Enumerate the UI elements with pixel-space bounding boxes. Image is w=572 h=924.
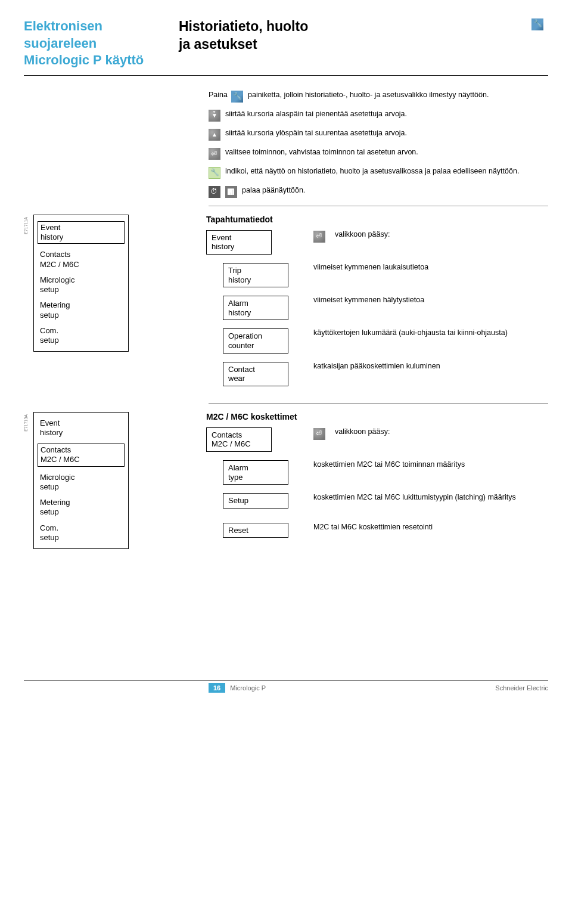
section-contacts: E71713A Event history Contacts M2C / M6C… — [24, 412, 548, 550]
row-event-history: Event history valikkoon pääsy: — [206, 230, 548, 255]
row-setup: Setup koskettimien M2C tai M6C lukittumi… — [206, 493, 548, 508]
desc-alarm-type: koskettimien M2C tai M6C toiminnan määri… — [313, 460, 465, 469]
header-left: Elektronisen suojareleen Micrologic P kä… — [24, 18, 179, 69]
hl2: suojareleen — [24, 36, 97, 51]
enter-icon — [313, 428, 325, 440]
footer-mid: Micrologic P — [230, 684, 495, 692]
intro-row-ghost: indikoi, että näyttö on historiatieto, h… — [209, 166, 548, 178]
detail-title-2: M2C / M6C koskettimet — [206, 412, 548, 421]
divider — [209, 206, 548, 206]
desc-trip-history: viimeiset kymmenen laukaisutietoa — [313, 263, 428, 271]
press-after: painiketta, jolloin historiatieto-, huol… — [248, 90, 489, 100]
header-right: Historiatieto, huolto ja asetukset — [179, 18, 514, 54]
row-contact-wear: Contact wear katkaisijan pääkoskettimien… — [206, 362, 548, 386]
wrench-ghost-icon — [209, 167, 220, 179]
row-operation-counter: Operation counter käyttökertojen lukumää… — [206, 328, 548, 353]
chip-setup: Setup — [223, 493, 288, 508]
page-number: 16 — [209, 683, 225, 693]
chip-contact-wear: Contact wear — [223, 362, 288, 386]
desc-operation-counter: käyttökertojen lukumäärä (auki-ohjausta … — [313, 328, 508, 337]
hl3: Micrologic P käyttö — [24, 52, 144, 67]
menu-item-com-setup: Com. setup — [40, 523, 122, 543]
menu-item-micrologic-setup: Micrologic setup — [40, 275, 122, 295]
desc-contact-wear: katkaisijan pääkoskettimien kuluminen — [313, 362, 440, 370]
desc-reset: M2C tai M6C koskettimien resetointi — [313, 523, 433, 531]
chip-operation-counter: Operation counter — [223, 328, 288, 353]
chart-icon — [225, 186, 237, 198]
row-reset: Reset M2C tai M6C koskettimien resetoint… — [206, 523, 548, 538]
menu-item-metering-setup: Metering setup — [40, 498, 122, 517]
clock-icon — [209, 186, 220, 198]
enter-icon — [209, 148, 220, 160]
up-text: siirtää kursoria ylöspäin tai suurentaa … — [225, 128, 407, 138]
divider — [24, 75, 548, 76]
chip-alarm-history: Alarm history — [223, 296, 288, 320]
row-alarm-type: Alarm type koskettimien M2C tai M6C toim… — [206, 460, 548, 485]
desc-event-history: valikkoon pääsy: — [335, 230, 390, 238]
menu-box-2: Event history Contacts M2C / M6C Microlo… — [33, 412, 129, 550]
menu-item-com-setup: Com. setup — [40, 326, 122, 346]
chip-event-history: Event history — [206, 230, 272, 255]
divider — [209, 403, 548, 404]
enter-text: valitsee toiminnon, vahvistaa toiminnon … — [225, 147, 418, 157]
intro-row-enter: valitsee toiminnon, vahvistaa toiminnon … — [209, 147, 548, 159]
chip-alarm-type: Alarm type — [223, 460, 288, 485]
wrench-icon — [231, 91, 243, 103]
row-contacts: Contacts M2C / M6C valikkoon pääsy: — [206, 427, 548, 452]
footer-right: Schneider Electric — [495, 684, 548, 692]
chip-trip-history: Trip history — [223, 263, 288, 287]
desc-setup: koskettimien M2C tai M6C lukittumistyypi… — [313, 493, 516, 501]
intro-row-press: Paina painiketta, jolloin historiatieto-… — [209, 90, 548, 102]
intro-block: Paina painiketta, jolloin historiatieto-… — [209, 90, 548, 197]
row-trip-history: Trip history viimeiset kymmenen laukaisu… — [206, 263, 548, 287]
intro-row-down: siirtää kursoria alaspäin tai pienentää … — [209, 109, 548, 121]
footer: 16 Micrologic P Schneider Electric — [24, 680, 548, 693]
side-code-2: E71713A — [24, 414, 32, 432]
menu-item-event-history: Event history — [40, 418, 122, 438]
page-header: Elektronisen suojareleen Micrologic P kä… — [24, 18, 548, 69]
section-event-history: E71711A Event history Contacts M2C / M6C… — [24, 215, 548, 395]
hl1: Elektronisen — [24, 18, 102, 33]
row-alarm-history: Alarm history viimeiset kymmenen hälytys… — [206, 296, 548, 320]
chip-contacts: Contacts M2C / M6C — [206, 427, 272, 452]
ghost-text: indikoi, että näyttö on historiatieto, h… — [225, 166, 519, 176]
hr1: Historiatieto, huolto — [179, 18, 308, 34]
detail-1: Tapahtumatiedot Event history valikkoon … — [206, 215, 548, 395]
desc-contacts: valikkoon pääsy: — [335, 427, 390, 436]
menu-item-metering-setup: Metering setup — [40, 300, 122, 320]
menu-box-1: Event history Contacts M2C / M6C Microlo… — [33, 215, 129, 352]
hr2: ja asetukset — [179, 36, 257, 52]
press-label: Paina — [209, 90, 228, 100]
side-code-1: E71711A — [24, 217, 32, 234]
wrench-icon — [531, 18, 543, 30]
menu-item-event-history: Event history — [38, 221, 125, 244]
detail-title-1: Tapahtumatiedot — [206, 215, 548, 224]
chip-reset: Reset — [223, 523, 288, 538]
enter-icon — [313, 231, 325, 243]
menu-item-micrologic-setup: Micrologic setup — [40, 473, 122, 492]
up-icon — [209, 129, 220, 141]
desc-alarm-history: viimeiset kymmenen hälytystietoa — [313, 296, 424, 304]
menu-item-contacts: Contacts M2C / M6C — [38, 444, 125, 467]
down-text: siirtää kursoria alaspäin tai pienentää … — [225, 109, 407, 119]
back-text: palaa päänäyttöön. — [242, 185, 305, 196]
detail-2: M2C / M6C koskettimet Contacts M2C / M6C… — [206, 412, 548, 547]
menu-item-contacts: Contacts M2C / M6C — [40, 250, 122, 269]
intro-row-back: palaa päänäyttöön. — [209, 185, 548, 197]
down-icon — [209, 110, 220, 122]
intro-row-up: siirtää kursoria ylöspäin tai suurentaa … — [209, 128, 548, 140]
